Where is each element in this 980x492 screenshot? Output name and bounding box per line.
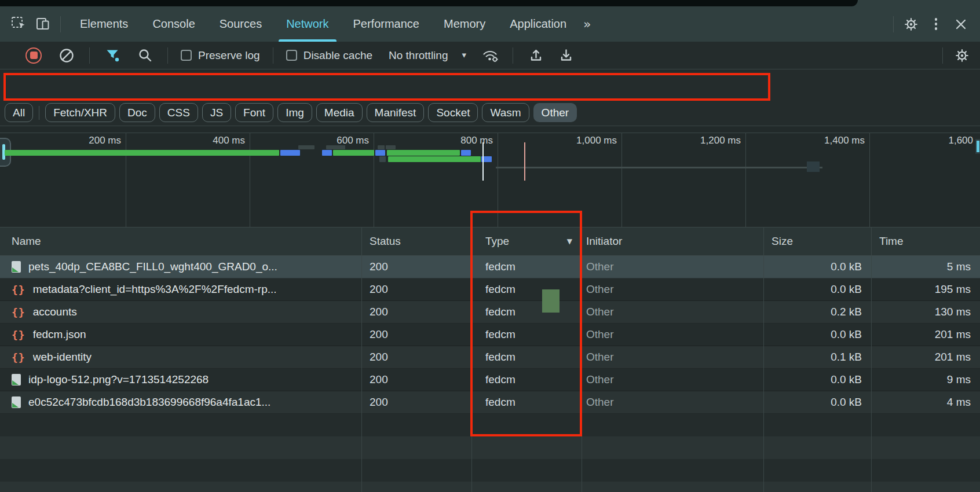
cell-initiator: Other — [582, 351, 763, 364]
waterfall-segment — [280, 150, 300, 156]
tab-network[interactable]: Network — [274, 6, 341, 42]
chip-fetch-xhr[interactable]: Fetch/XHR — [45, 103, 115, 122]
waterfall-segment — [461, 150, 471, 156]
disable-cache-checkbox[interactable] — [286, 50, 297, 61]
throttling-value: No throttling — [389, 49, 448, 62]
request-name: fedcm.json — [33, 328, 86, 341]
column-separator[interactable] — [361, 227, 362, 492]
cell-status: 200 — [361, 328, 471, 341]
column-header-name[interactable]: Name — [0, 235, 361, 248]
column-header-size[interactable]: Size — [763, 235, 871, 248]
cell-status: 200 — [361, 373, 471, 386]
cell-size: 0.0 kB — [763, 328, 871, 341]
tab-console[interactable]: Console — [140, 6, 207, 42]
request-name: metadata?client_id=https%3A%2F%2Ffedcm-r… — [33, 283, 277, 296]
column-header-initiator[interactable]: Initiator — [582, 235, 763, 248]
disable-cache-control: Disable cache — [286, 49, 372, 62]
pending-request-handle — [807, 161, 820, 172]
domcontentloaded-event-line — [482, 142, 484, 181]
settings-gear-icon[interactable] — [901, 14, 921, 34]
pending-request-line — [496, 167, 822, 168]
fetch-braces-icon: {} — [12, 306, 25, 318]
tab-elements[interactable]: Elements — [68, 6, 140, 42]
fetch-braces-icon: {} — [12, 284, 25, 296]
cell-time: 4 ms — [871, 396, 980, 409]
cell-status: 200 — [361, 351, 471, 364]
search-icon[interactable] — [135, 46, 155, 65]
column-separator[interactable] — [871, 227, 872, 492]
cell-size: 0.0 kB — [763, 373, 871, 386]
cell-name: {}accounts — [0, 306, 361, 318]
more-tabs-icon[interactable]: » — [579, 17, 595, 31]
chip-manifest[interactable]: Manifest — [367, 103, 425, 122]
empty-table-stripe — [0, 482, 980, 492]
inspect-icon[interactable] — [9, 14, 29, 34]
chip-wasm[interactable]: Wasm — [482, 103, 529, 122]
cell-size: 0.0 kB — [763, 260, 871, 273]
device-toolbar-icon[interactable] — [34, 14, 53, 34]
ruler-line — [0, 133, 980, 133]
cell-name: e0c52c473bfcdb168d3b183699668f96a4fa1ac1… — [0, 396, 361, 409]
column-separator[interactable] — [763, 227, 764, 492]
column-header-time[interactable]: Time — [871, 235, 980, 248]
tab-performance[interactable]: Performance — [341, 6, 432, 42]
annotation-box-type-column — [470, 211, 582, 436]
filter-icon[interactable] — [103, 46, 122, 65]
overview-right-grip[interactable] — [975, 139, 980, 154]
window-top-strip-black — [0, 0, 858, 6]
toolbar-separator — [89, 47, 90, 64]
cell-size: 0.2 kB — [763, 306, 871, 318]
fetch-braces-icon: {} — [12, 351, 25, 364]
tab-application[interactable]: Application — [498, 6, 579, 42]
tab-sources[interactable]: Sources — [207, 6, 274, 42]
cell-time: 201 ms — [871, 351, 980, 364]
request-name: idp-logo-512.png?v=1713514252268 — [28, 373, 209, 386]
preserve-log-checkbox[interactable] — [181, 50, 192, 61]
kebab-menu-icon[interactable] — [928, 14, 944, 34]
cell-time: 195 ms — [871, 283, 980, 296]
chip-css[interactable]: CSS — [159, 103, 198, 122]
ruler-tick-label: 1,000 ms — [576, 135, 617, 146]
image-file-icon — [12, 396, 21, 408]
chip-doc[interactable]: Doc — [119, 103, 155, 122]
waterfall-segment — [386, 145, 396, 149]
ruler-tick-label: 400 ms — [213, 135, 245, 146]
window-top-strip — [0, 0, 980, 6]
export-har-icon[interactable] — [556, 46, 576, 65]
preserve-log-control: Preserve log — [181, 49, 260, 62]
network-toolbar-right — [942, 42, 980, 69]
cell-initiator: Other — [582, 260, 763, 273]
request-name: accounts — [33, 306, 77, 318]
column-header-status[interactable]: Status — [361, 235, 471, 248]
tabbar-right-controls — [893, 6, 975, 42]
chip-all[interactable]: All — [5, 103, 33, 122]
network-settings-gear-icon[interactable] — [952, 46, 972, 65]
chip-media[interactable]: Media — [316, 103, 363, 122]
throttling-select[interactable]: No throttling ▾ — [389, 49, 466, 62]
import-har-icon[interactable] — [526, 46, 546, 65]
waterfall-segment — [298, 145, 315, 149]
chip-other[interactable]: Other — [533, 103, 577, 122]
disable-cache-label: Disable cache — [303, 49, 372, 62]
chip-font[interactable]: Font — [235, 103, 273, 122]
ruler-tick-label: 1,200 ms — [700, 135, 741, 146]
timeline-gridline — [374, 133, 374, 227]
chip-socket[interactable]: Socket — [428, 103, 478, 122]
close-icon[interactable] — [951, 14, 971, 34]
load-event-line — [524, 142, 525, 181]
clear-network-log-icon[interactable] — [57, 46, 76, 65]
tabbar-separator — [60, 16, 61, 32]
cell-status: 200 — [361, 283, 471, 296]
request-name: web-identity — [33, 351, 92, 364]
cell-name: idp-logo-512.png?v=1713514252268 — [0, 373, 361, 386]
empty-table-stripe — [0, 436, 980, 459]
network-conditions-icon[interactable] — [480, 46, 500, 65]
tab-memory[interactable]: Memory — [432, 6, 498, 42]
waterfall-segment — [378, 145, 385, 149]
cell-name: {}web-identity — [0, 351, 361, 364]
record-button[interactable] — [25, 47, 42, 64]
resource-type-chips: All Fetch/XHR Doc CSS JS Font Img Media … — [0, 100, 980, 126]
cell-time: 130 ms — [871, 306, 980, 318]
chip-js[interactable]: JS — [202, 103, 231, 122]
chip-img[interactable]: Img — [277, 103, 312, 122]
